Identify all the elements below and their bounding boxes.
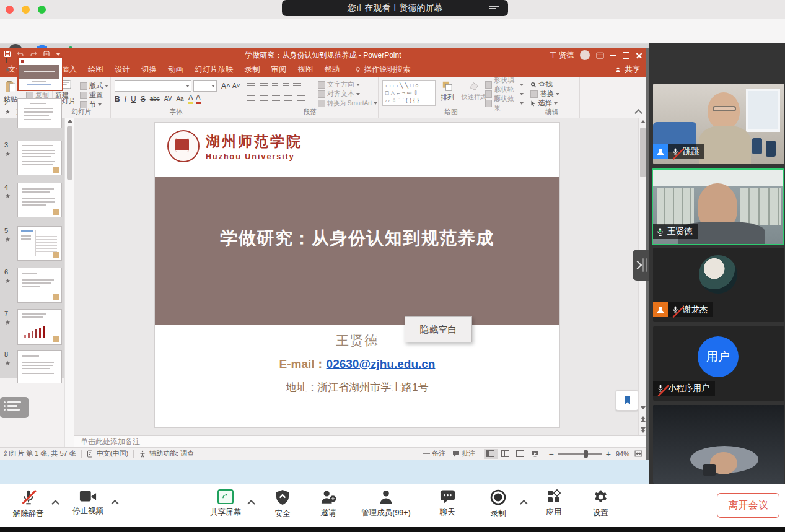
banner-menu-icon[interactable] [489, 4, 499, 12]
scroll-up-icon[interactable] [641, 120, 646, 123]
record-button[interactable]: 录制 [470, 489, 526, 519]
collapse-ribbon-icon[interactable] [636, 110, 641, 116]
thumbnail-slide-8[interactable] [17, 350, 62, 378]
thumbnail-slide-2[interactable] [17, 98, 62, 128]
bullets-icon[interactable] [247, 81, 255, 87]
quick-styles-button[interactable]: 快速样式 [462, 81, 486, 102]
slide-sorter-view-button[interactable] [499, 449, 512, 459]
minimize-traffic-light[interactable] [22, 6, 30, 14]
notes-toggle[interactable]: 备注 [432, 449, 446, 458]
sidebar-collapse-handle[interactable] [633, 250, 649, 281]
avatar[interactable] [580, 50, 590, 60]
language-status[interactable]: 中文(中国) [97, 449, 128, 458]
zoom-out-button[interactable]: − [549, 449, 554, 459]
restore-icon[interactable] [623, 52, 629, 59]
bold-button[interactable]: B [115, 95, 120, 103]
find-button[interactable]: 查找 [530, 80, 559, 89]
zoom-percentage[interactable]: 94% [616, 450, 629, 458]
participant-tile[interactable]: 用户 小程序用户 [653, 326, 784, 401]
font-color-button[interactable]: A [196, 94, 201, 104]
qat-dropdown-icon[interactable] [56, 53, 61, 56]
line-spacing-icon[interactable] [293, 81, 301, 87]
slideshow-view-button[interactable] [528, 449, 542, 459]
zoom-in-button[interactable]: + [606, 449, 611, 459]
ribbon-options-icon[interactable] [596, 52, 604, 59]
indent-increase-icon[interactable] [283, 81, 289, 87]
tab-animations[interactable]: 动画 [162, 62, 189, 77]
share-options-chevron[interactable] [248, 499, 255, 505]
thumbnail-slide-6[interactable] [17, 268, 62, 303]
tab-slideshow[interactable]: 幻灯片放映 [189, 62, 239, 77]
numbering-icon[interactable] [260, 81, 268, 87]
thumbnail-slide-5[interactable] [17, 226, 62, 261]
tell-me-search[interactable]: 操作说明搜索 [354, 62, 411, 77]
char-spacing-button[interactable]: AV [164, 95, 172, 102]
smartart-button[interactable]: 转换为 SmartArt [318, 98, 377, 108]
align-right-icon[interactable] [272, 95, 280, 102]
notes-pane[interactable]: 单击此处添加备注 [74, 435, 646, 447]
shrink-font-button[interactable]: A˅ [232, 82, 240, 89]
align-text-button[interactable]: 对齐文本 [318, 89, 377, 98]
justify-icon[interactable] [284, 95, 292, 102]
close-icon[interactable] [636, 52, 642, 59]
invite-button[interactable]: 邀请 [300, 489, 356, 518]
highlight-button[interactable]: A [188, 94, 193, 104]
zoom-slider-handle[interactable] [584, 450, 588, 458]
normal-view-button[interactable] [484, 449, 498, 459]
fit-to-window-icon[interactable] [634, 450, 642, 457]
unmute-button[interactable]: 解除静音 [1, 489, 56, 519]
font-size-input[interactable] [193, 80, 217, 92]
tab-help[interactable]: 帮助 [319, 62, 346, 77]
close-traffic-light[interactable] [6, 6, 14, 14]
participant-tile[interactable]: 谢龙杰 [653, 248, 784, 322]
email-link[interactable]: 02630@zjhu.edu.cn [327, 357, 436, 370]
manage-members-button[interactable]: 管理成员(99+) [358, 489, 414, 518]
font-name-input[interactable] [115, 80, 191, 92]
reset-button[interactable]: 重置 [80, 90, 108, 100]
accessibility-status[interactable]: 辅助功能: 调查 [149, 449, 194, 458]
bookmark-button[interactable] [616, 390, 638, 411]
mute-options-chevron[interactable] [53, 499, 59, 505]
leave-meeting-button[interactable]: 离开会议 [717, 493, 779, 518]
participant-tile[interactable]: 跳跳 [653, 84, 784, 164]
stop-video-button[interactable]: 停止视频 [60, 489, 116, 517]
arrange-button[interactable]: 排列 [441, 81, 454, 102]
maximize-traffic-light[interactable] [38, 6, 46, 14]
text-direction-button[interactable]: 文字方向 [318, 80, 377, 89]
columns-icon[interactable] [297, 95, 305, 102]
tab-draw[interactable]: 绘图 [82, 62, 109, 77]
underline-button[interactable]: U [131, 95, 136, 103]
participant-tile-active-speaker[interactable]: 王贤德 [652, 168, 784, 245]
strikethrough-button[interactable]: S [141, 95, 146, 103]
tab-design[interactable]: 设计 [109, 62, 136, 77]
slide[interactable]: 湖州师范学院 Huzhou University 学做研究：从身份认知到规范养成… [155, 123, 559, 427]
thumbnail-slide-1[interactable] [17, 56, 63, 91]
chat-button[interactable]: 聊天 [419, 489, 475, 518]
replace-button[interactable]: 替换 [530, 89, 559, 98]
ppt-share-button[interactable]: 共享 [615, 62, 640, 77]
tab-review[interactable]: 审阅 [266, 62, 292, 77]
shape-effects-button[interactable]: 形状效果 [485, 98, 524, 108]
italic-button[interactable]: I [125, 95, 126, 103]
indent-decrease-icon[interactable] [272, 81, 278, 87]
select-button[interactable]: 选择 [530, 98, 559, 108]
tab-view[interactable]: 视图 [292, 62, 319, 77]
scroll-up-icon[interactable] [68, 120, 72, 123]
thumbnail-scrollbar[interactable] [64, 118, 74, 447]
align-center-icon[interactable] [260, 95, 268, 102]
thumbnail-slide-4[interactable] [17, 183, 62, 217]
comments-toggle[interactable]: 批注 [462, 449, 476, 458]
participant-tile-partial[interactable] [653, 405, 784, 484]
thumbnail-slide-3[interactable] [17, 141, 62, 175]
reading-view-button[interactable] [514, 449, 527, 459]
minimize-icon[interactable] [610, 55, 616, 56]
shapes-gallery[interactable]: ▭▭╲╲□○ □△⌐¬⇨⇩ ▱☆⌒(){} [382, 80, 436, 106]
settings-button[interactable]: 设置 [572, 489, 628, 518]
tab-transitions[interactable]: 切换 [136, 62, 162, 77]
floating-annotation-widget[interactable] [0, 397, 29, 418]
grow-font-button[interactable]: A˄ [221, 82, 230, 90]
change-case-button[interactable]: Aa [176, 95, 183, 102]
tab-record[interactable]: 录制 [239, 62, 266, 77]
share-screen-button[interactable]: 共享屏幕 [198, 489, 253, 518]
thumbnail-slide-7[interactable] [17, 309, 62, 345]
